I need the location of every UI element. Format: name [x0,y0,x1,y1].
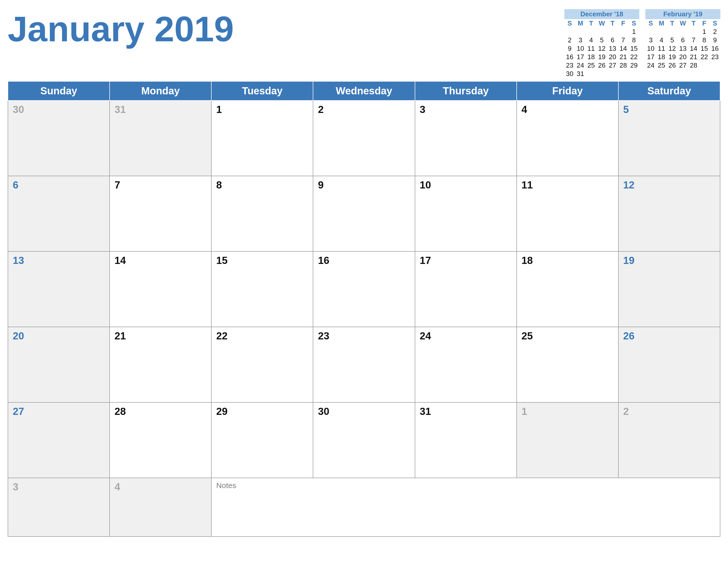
calendar-day[interactable]: 30 [313,402,415,478]
calendar-day[interactable]: 2 [313,100,415,176]
mini-day-header: S [629,19,639,28]
mini-day: 7 [618,36,629,44]
mini-day: 31 [575,70,586,78]
calendar-day[interactable]: 24 [415,327,517,402]
calendar-day[interactable]: 4 [110,478,211,537]
mini-day [656,28,667,36]
mini-day-header: F [699,19,710,28]
day-header: Friday [517,81,618,100]
calendar-week: 34Notes [8,478,720,537]
mini-day: 4 [656,36,667,44]
mini-day: 15 [629,44,639,53]
calendar-day[interactable]: 15 [211,251,313,327]
mini-day: 11 [586,44,596,53]
mini-day: 20 [678,53,688,61]
calendar-day[interactable]: 8 [211,176,313,251]
mini-day: 10 [645,44,656,53]
mini-day [688,28,699,36]
calendar-day[interactable]: 6 [8,176,110,251]
mini-day: 15 [699,44,710,53]
mini-day: 6 [607,36,618,44]
calendar-day[interactable]: 22 [211,327,313,402]
mini-day: 8 [629,36,639,44]
mini-day: 12 [667,44,678,53]
calendar-day[interactable]: 3 [8,478,110,537]
mini-day-header: T [607,19,618,28]
mini-day: 18 [656,53,667,61]
mini-day: 18 [586,53,596,61]
mini-day [678,28,688,36]
calendar-day[interactable]: 26 [618,327,720,402]
calendar-day[interactable]: 10 [415,176,517,251]
mini-day [645,28,656,36]
day-header: Wednesday [313,81,415,100]
calendar-day[interactable]: 25 [517,327,618,402]
mini-calendar: February '19SMTWTFS123456789101112131415… [645,9,720,78]
calendar-day[interactable]: 21 [110,327,211,402]
calendar-header: January 2019 December '18SMTWTFS12345678… [8,8,720,78]
mini-day: 17 [575,53,586,61]
calendar-day[interactable]: 31 [415,402,517,478]
mini-day: 16 [564,53,575,61]
calendar-day[interactable]: 2 [618,402,720,478]
calendar-day[interactable]: 9 [313,176,415,251]
calendar-day[interactable]: 5 [618,100,720,176]
mini-day [586,70,596,78]
mini-calendar-title: February '19 [645,9,720,19]
mini-day: 16 [710,44,720,53]
mini-day: 21 [618,53,629,61]
mini-day: 6 [678,36,688,44]
mini-day: 8 [699,36,710,44]
calendar-day[interactable]: 1 [211,100,313,176]
calendar-day[interactable]: 17 [415,251,517,327]
calendar-day[interactable]: 13 [8,251,110,327]
day-header: Sunday [8,81,110,100]
mini-day: 13 [678,44,688,53]
calendar-day[interactable]: 12 [618,176,720,251]
mini-day: 24 [575,61,586,70]
day-header: Monday [110,81,211,100]
calendar-day[interactable]: 23 [313,327,415,402]
mini-day: 22 [699,53,710,61]
calendar-day[interactable]: 16 [313,251,415,327]
calendar-day[interactable]: 29 [211,402,313,478]
calendar-day[interactable]: 27 [8,402,110,478]
mini-day: 27 [607,61,618,70]
mini-day: 2 [564,36,575,44]
calendar-day[interactable]: 19 [618,251,720,327]
day-header: Thursday [415,81,517,100]
mini-day [607,28,618,36]
calendar-day[interactable]: 31 [110,100,211,176]
notes-cell[interactable]: Notes [211,478,720,537]
mini-day: 30 [564,70,575,78]
mini-day: 7 [688,36,699,44]
calendar-day[interactable]: 3 [415,100,517,176]
calendar-day[interactable]: 7 [110,176,211,251]
calendar-day[interactable]: 1 [517,402,618,478]
calendar-day[interactable]: 30 [8,100,110,176]
mini-day-header: S [564,19,575,28]
mini-day: 4 [586,36,596,44]
calendar-day[interactable]: 11 [517,176,618,251]
mini-day-header: T [688,19,699,28]
mini-day [710,61,720,70]
mini-day-header: T [586,19,596,28]
calendar-day[interactable]: 14 [110,251,211,327]
mini-day: 25 [586,61,596,70]
mini-day: 23 [564,61,575,70]
calendar-day[interactable]: 28 [110,402,211,478]
mini-day: 9 [564,44,575,53]
mini-day: 22 [629,53,639,61]
mini-day: 24 [645,61,656,70]
mini-day: 17 [645,53,656,61]
calendar-day[interactable]: 20 [8,327,110,402]
mini-day [629,70,639,78]
calendar-day[interactable]: 18 [517,251,618,327]
mini-day-header: F [618,19,629,28]
mini-day: 14 [618,44,629,53]
mini-day [575,28,586,36]
mini-day-header: M [656,19,667,28]
calendar-day[interactable]: 4 [517,100,618,176]
mini-day [596,28,607,36]
mini-day: 19 [596,53,607,61]
